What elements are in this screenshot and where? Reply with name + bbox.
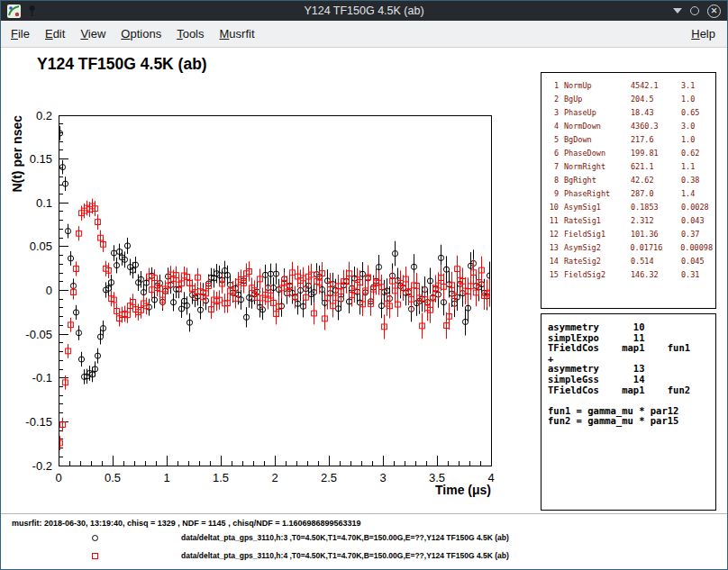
param-idx: 14 [544,255,559,268]
param-name: NormDown [564,120,631,133]
svg-text:0: 0 [46,284,52,297]
param-error: 0.31 [681,268,713,282]
param-error: 1.0 [681,93,713,106]
legend-item: data/deltat_pta_gps_3110,h:3 ,T0=4.50K,T… [1,533,728,546]
svg-text:1: 1 [163,471,169,484]
fit-stats: musrfit: 2018-06-30, 13:19:40, chisq = 1… [12,519,360,528]
menu-item-view[interactable]: View [80,27,105,41]
chevron-down-icon[interactable] [673,8,682,14]
menu-item-file[interactable]: File [11,27,30,41]
param-idx: 7 [544,160,559,174]
data-series-square [58,199,493,450]
legend-text: data/deltat_pta_gps_3110,h:3 ,T0=4.50K,T… [181,533,509,542]
param-name: AsymSig1 [564,201,631,214]
param-name: NormUp [564,79,631,93]
param-name: BgRight [564,174,631,187]
svg-text:0.05: 0.05 [30,240,52,253]
svg-text:-0.2: -0.2 [32,459,52,473]
app-icon[interactable] [7,5,21,18]
param-value: 4360.3 [631,120,681,133]
fit-parameter-box[interactable]: 1NormUp4542.13.12BgUp204.51.03PhaseUp18.… [541,72,716,309]
menu-item-options[interactable]: Options [121,27,161,41]
plot-footer: musrfit: 2018-06-30, 13:19:40, chisq = 1… [1,513,728,569]
param-idx: 11 [544,214,559,228]
theory-line: simpleGss 14 [548,375,709,385]
param-row-NormUp: 1NormUp4542.13.1 [544,79,713,93]
param-error: 0.045 [681,255,713,268]
param-name: PhaseRight [564,187,631,201]
param-name: AsymSig2 [564,241,631,255]
theory-box[interactable]: asymmetry 10simplExpo 11TFieldCos map1 f… [541,313,716,511]
param-error: 0.043 [681,214,713,228]
svg-text:0.2: 0.2 [36,109,52,122]
theory-line [548,395,709,406]
maximize-icon[interactable] [690,6,699,15]
param-row-RateSig1: 11RateSig12.3120.043 [544,214,713,228]
param-value: 146.32 [631,268,681,282]
param-idx: 12 [544,228,559,241]
data-series-circle [57,126,492,384]
param-row-BgUp: 2BgUp204.51.0 [544,93,713,106]
param-row-PhaseUp: 3PhaseUp18.430.65 [544,106,713,120]
svg-text:2.5: 2.5 [321,471,337,484]
param-name: FieldSig1 [564,228,631,241]
svg-text:-0.15: -0.15 [25,415,52,429]
param-error: 1.4 [681,187,713,201]
param-error: 0.0028 [681,201,713,214]
param-error: 1.1 [681,160,713,174]
param-row-BgDown: 5BgDown217.61.0 [544,133,713,147]
param-name: PhaseDown [564,147,631,160]
param-row-NormRight: 7NormRight621.11.1 [544,160,713,174]
param-value: 199.81 [631,147,681,160]
fit-parameter-rows: 1NormUp4542.13.12BgUp204.51.03PhaseUp18.… [544,79,713,282]
theory-line: TFieldCos map1 fun2 [548,385,709,396]
param-idx: 8 [544,174,559,187]
pin-icon[interactable] [27,5,37,18]
param-value: 0.01716 [630,241,680,255]
svg-text:0.1: 0.1 [36,196,52,210]
plot-title: Y124 TF150G 4.5K (ab) [37,55,207,73]
param-value: 0.1853 [631,201,681,214]
menu-item-musrfit[interactable]: Musrfit [220,27,255,41]
param-idx: 13 [544,241,559,255]
param-idx: 1 [544,79,559,93]
root-canvas[interactable]: Y124 TF150G 4.5K (ab) Time (μs) N(t) per… [1,48,727,569]
menu-item-tools[interactable]: Tools [177,27,204,41]
param-idx: 9 [544,187,559,201]
param-row-AsymSig2: 13AsymSig20.017160.00098 [544,241,713,255]
param-row-FieldSig2: 15FieldSig2146.320.31 [544,268,713,282]
menu-bar: FileEditViewOptionsToolsMusrfit Help [1,21,727,48]
param-error: 3.1 [681,79,713,93]
param-row-NormDown: 4NormDown4360.33.0 [544,120,713,133]
svg-text:1.5: 1.5 [213,471,229,484]
param-error: 0.38 [681,174,713,187]
legend-item: data/deltat_pta_gps_3110,h:4 ,T0=4.50K,T… [1,551,728,564]
param-idx: 3 [544,106,559,120]
param-name: PhaseUp [564,106,631,120]
param-value: 0.514 [631,255,681,268]
menu-items: FileEditViewOptionsToolsMusrfit [11,27,255,41]
menu-item-edit[interactable]: Edit [45,27,65,41]
param-value: 42.62 [631,174,681,187]
title-bar[interactable]: Y124 TF150G 4.5K (ab) ✕ [1,1,727,21]
param-name: NormRight [564,160,631,174]
plot-canvas[interactable]: Y124 TF150G 4.5K (ab) Time (μs) N(t) per… [1,48,538,511]
param-value: 287.0 [631,187,681,201]
svg-text:0: 0 [55,471,61,484]
param-value: 217.6 [631,133,681,147]
param-name: BgDown [564,133,631,147]
menu-item-help[interactable]: Help [691,27,715,41]
param-name: BgUp [564,93,631,106]
theory-line: asymmetry 10 [548,322,709,333]
theory-line: TFieldCos map1 fun1 [548,343,709,354]
close-icon[interactable]: ✕ [707,5,721,18]
legend-text: data/deltat_pta_gps_3110,h:4 ,T0=4.50K,T… [181,551,509,560]
param-idx: 6 [544,147,559,160]
svg-text:2: 2 [271,471,278,484]
param-value: 18.43 [631,106,681,120]
param-row-AsymSig1: 10AsymSig10.18530.0028 [544,201,713,214]
svg-text:0.15: 0.15 [30,152,52,166]
theory-line: fun2 = gamma_mu * par15 [548,416,709,427]
y-axis-label: N(t) per nsec [10,115,24,193]
param-row-BgRight: 8BgRight42.620.38 [544,174,713,187]
